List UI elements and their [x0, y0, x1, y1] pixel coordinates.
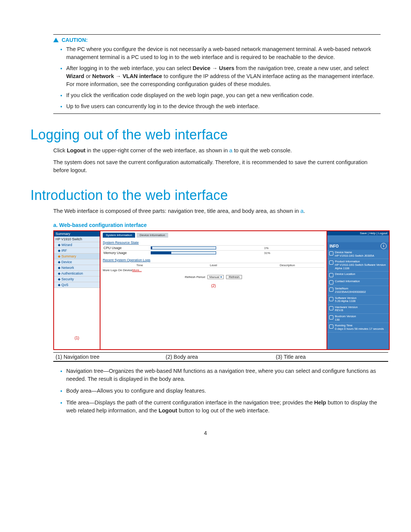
screenshot-nav-item: ◆ QoS [54, 282, 100, 288]
screenshot-nav-item: ◆ Network [54, 265, 100, 271]
info-icon: i [381, 243, 387, 249]
refresh-button: Refresh [226, 275, 242, 279]
caution-heading: CAUTION: [53, 37, 381, 43]
legend-item: (3) Title area [276, 354, 386, 360]
caution-list: The PC where you configure the device is… [66, 45, 381, 110]
screenshot-nav-item: ◆ Security [54, 276, 100, 282]
info-row: Software Version5.20 Alpha 1108 [327, 296, 389, 305]
annotation-num-2: (2) [100, 284, 327, 288]
feature-item: Title area—Displays the path of the curr… [66, 399, 381, 415]
more-link: More... [132, 268, 142, 272]
paragraph: The Web interface is composed of three p… [53, 207, 381, 215]
info-row-icon [329, 260, 333, 265]
info-row-icon [329, 251, 333, 256]
figure-label: a. Web-based configuration interface [53, 222, 381, 228]
screenshot-nav-item: ◆ Authentication [54, 271, 100, 276]
legend-item: (2) Body area [166, 354, 276, 360]
screenshot-nav-tree: Summary HP V1910 Switch ◆ Wizard◆ IRF◆ S… [54, 231, 100, 349]
info-row-icon [329, 280, 333, 284]
info-row: Running Time0 days 0 hours 58 minutes 17… [327, 323, 389, 332]
info-row-icon [329, 306, 333, 310]
screenshot-tab: Device Information [137, 233, 168, 238]
info-row-icon [329, 273, 333, 277]
info-row: Bootrom Version130 [327, 314, 389, 323]
paragraph: The system does not save the current con… [53, 158, 381, 174]
caution-item: Up to five users can concurrently log in… [66, 102, 381, 110]
legend-item: (1) Navigation tree [56, 354, 166, 360]
caution-item: After logging in to the web interface, y… [66, 64, 381, 88]
figure-screenshot: Summary HP V1910 Switch ◆ Wizard◆ IRF◆ S… [53, 230, 390, 350]
info-row: Hardware VersionREV.B [327, 305, 389, 314]
caution-label: CAUTION: [62, 37, 88, 43]
screenshot-title-area: Save | Help | Logout INFO i Device NameH… [327, 231, 389, 349]
info-row-icon [329, 297, 333, 301]
screenshot-nav-header: Summary [54, 231, 100, 236]
screenshot-section-label: System Resource State [103, 241, 324, 244]
info-panel-header: INFO i [327, 242, 389, 250]
info-row: Device Location [327, 272, 389, 279]
screenshot-tab: System Information [103, 233, 135, 238]
feature-item: Navigation tree—Organizes the web-based … [66, 367, 381, 383]
screenshot-topbar: Save | Help | Logout [327, 231, 389, 235]
section-heading-logout: Logging out of the web interface [30, 127, 381, 143]
caution-item: The PC where you configure the device is… [66, 45, 381, 61]
info-row: Contact Information [327, 279, 389, 286]
info-row-icon [329, 288, 333, 292]
screenshot-nav-item: ◆ Summary [54, 254, 100, 259]
info-row-icon [329, 315, 333, 320]
section-heading-intro: Introduction to the web interface [30, 187, 381, 203]
refresh-select: Manual▾ [207, 275, 224, 279]
screenshot-nav-item: ◆ Wizard [54, 242, 100, 248]
feature-list: Navigation tree—Organizes the web-based … [66, 367, 381, 415]
paragraph: Click Logout in the upper-right corner o… [53, 147, 381, 155]
screenshot-nav-item: ◆ IRF [54, 248, 100, 254]
caution-block: CAUTION: The PC where you configure the … [53, 34, 381, 114]
info-row: Device NameHP V1910-16G Switch JE005A [327, 250, 389, 259]
page-number: 4 [30, 430, 381, 436]
screenshot-section-label: Recent System Operation Logs [103, 258, 324, 262]
annotation-num-1: (1) [75, 336, 79, 340]
info-row: Product InformationHP V1910-16G Switch S… [327, 259, 389, 272]
screenshot-nav-item: ◆ Device [54, 259, 100, 265]
caution-icon [53, 38, 59, 42]
screenshot-device-title: HP V1910 Switch [54, 236, 100, 242]
screenshot-body-area: System Information Device Information Sy… [100, 231, 327, 349]
figure-legend: (1) Navigation tree (2) Body area (3) Ti… [53, 352, 388, 362]
figure-ref: a [229, 147, 233, 153]
info-row-icon [329, 324, 333, 329]
feature-item: Body area—Allows you to configure and di… [66, 387, 381, 395]
info-row: SerialNum210235A419H09300002 [327, 286, 389, 295]
caution-item: If you click the verification code displ… [66, 91, 381, 99]
